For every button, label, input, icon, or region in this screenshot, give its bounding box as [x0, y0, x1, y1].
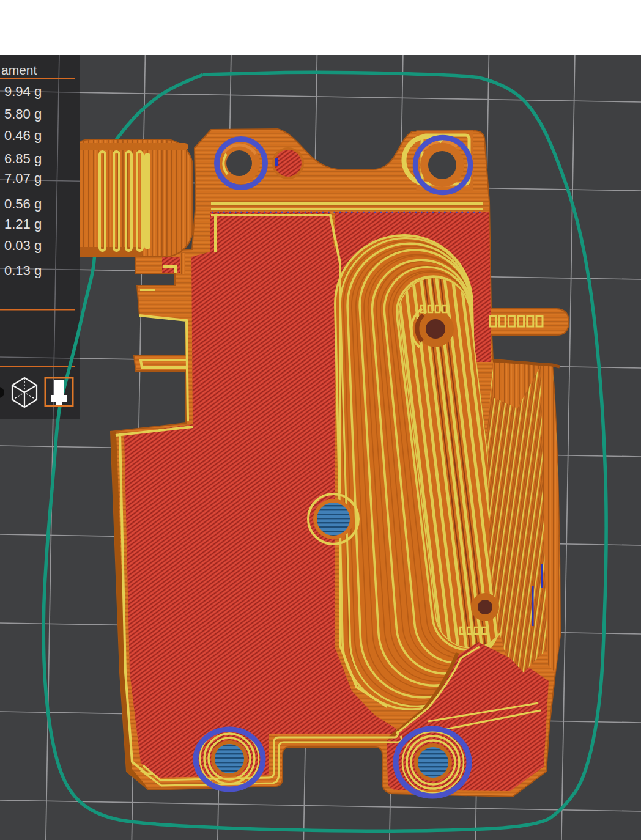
svg-text:0.46 g: 0.46 g [4, 128, 42, 143]
svg-text:0.56 g: 0.56 g [4, 196, 42, 212]
svg-text:5.80 g: 5.80 g [4, 106, 42, 122]
svg-text:ament: ament [1, 63, 37, 77]
svg-text:9.94 g: 9.94 g [4, 84, 42, 99]
svg-text:6.85 g: 6.85 g [4, 151, 42, 166]
svg-text:0.03 g: 0.03 g [4, 238, 42, 253]
svg-text:1.21 g: 1.21 g [4, 216, 42, 232]
svg-text:0.13 g: 0.13 g [4, 263, 42, 278]
svg-text:7.07 g: 7.07 g [4, 171, 42, 186]
